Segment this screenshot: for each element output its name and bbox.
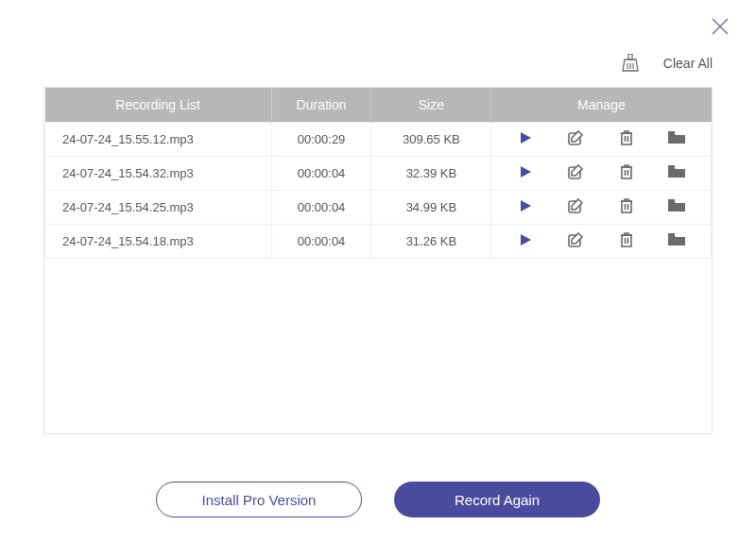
edit-icon xyxy=(567,129,584,149)
play-icon xyxy=(518,232,533,250)
play-icon xyxy=(518,164,533,182)
edit-icon xyxy=(567,163,584,183)
record-again-button[interactable]: Record Again xyxy=(394,482,600,517)
svg-rect-20 xyxy=(622,201,631,212)
clear-all-icon-button[interactable] xyxy=(620,53,641,74)
cell-name: 24-07-24_15.54.18.mp3 xyxy=(45,224,272,258)
svg-marker-6 xyxy=(521,132,531,144)
play-button[interactable] xyxy=(515,128,536,149)
rename-button[interactable] xyxy=(565,230,586,251)
close-button[interactable] xyxy=(711,17,730,40)
delete-button[interactable] xyxy=(616,162,637,183)
cell-duration: 00:00:04 xyxy=(271,190,371,224)
trash-icon xyxy=(619,129,634,149)
delete-button[interactable] xyxy=(616,196,637,217)
svg-marker-12 xyxy=(521,166,531,178)
edit-icon xyxy=(567,197,584,217)
folder-icon xyxy=(667,198,686,216)
close-icon xyxy=(711,17,730,36)
cell-duration: 00:00:04 xyxy=(271,224,371,258)
table-row: 24-07-24_15.54.25.mp300:00:0434.99 KB xyxy=(45,190,712,224)
open-folder-button[interactable] xyxy=(666,196,687,217)
cell-manage xyxy=(491,224,712,258)
cell-manage xyxy=(491,122,712,156)
table-row: 24-07-24_15.54.18.mp300:00:0431.26 KB xyxy=(45,224,712,258)
edit-icon xyxy=(567,231,584,251)
table-row: 24-07-24_15.55.12.mp300:00:29309.65 KB xyxy=(45,122,712,156)
col-recording: Recording List xyxy=(45,88,272,122)
install-pro-button[interactable]: Install Pro Version xyxy=(156,482,362,517)
open-folder-button[interactable] xyxy=(666,128,687,149)
folder-icon xyxy=(667,232,686,250)
svg-rect-14 xyxy=(622,167,631,178)
cell-name: 24-07-24_15.55.12.mp3 xyxy=(45,122,272,156)
folder-icon xyxy=(667,164,686,182)
col-size: Size xyxy=(371,88,491,122)
svg-rect-23 xyxy=(668,199,675,202)
cell-name: 24-07-24_15.54.32.mp3 xyxy=(45,156,272,190)
cell-size: 32.39 KB xyxy=(371,156,491,190)
trash-icon xyxy=(619,197,634,217)
svg-marker-24 xyxy=(521,234,531,246)
recording-table: Recording List Duration Size Manage 24-0… xyxy=(43,87,713,434)
cell-duration: 00:00:04 xyxy=(271,156,371,190)
open-folder-button[interactable] xyxy=(666,162,687,183)
open-folder-button[interactable] xyxy=(666,230,687,251)
play-button[interactable] xyxy=(515,230,536,251)
svg-rect-17 xyxy=(668,165,675,168)
broom-icon xyxy=(622,54,639,73)
svg-rect-29 xyxy=(668,233,675,236)
delete-button[interactable] xyxy=(616,230,637,251)
col-duration: Duration xyxy=(271,88,371,122)
clear-all-button[interactable]: Clear All xyxy=(663,56,713,71)
cell-manage xyxy=(491,190,712,224)
rename-button[interactable] xyxy=(565,196,586,217)
cell-size: 31.26 KB xyxy=(371,224,491,258)
trash-icon xyxy=(619,163,634,183)
cell-manage xyxy=(491,156,712,190)
cell-size: 34.99 KB xyxy=(371,190,491,224)
rename-button[interactable] xyxy=(565,128,586,149)
play-icon xyxy=(518,198,533,216)
play-button[interactable] xyxy=(515,162,536,183)
cell-size: 309.65 KB xyxy=(371,122,491,156)
svg-rect-2 xyxy=(628,54,632,59)
svg-rect-8 xyxy=(622,133,631,144)
col-manage: Manage xyxy=(491,88,712,122)
cell-duration: 00:00:29 xyxy=(271,122,371,156)
svg-marker-18 xyxy=(521,200,531,212)
rename-button[interactable] xyxy=(565,162,586,183)
svg-rect-26 xyxy=(622,235,631,246)
table-row: 24-07-24_15.54.32.mp300:00:0432.39 KB xyxy=(45,156,712,190)
play-icon xyxy=(518,130,533,148)
trash-icon xyxy=(619,231,634,251)
play-button[interactable] xyxy=(515,196,536,217)
folder-icon xyxy=(667,130,686,148)
cell-name: 24-07-24_15.54.25.mp3 xyxy=(45,190,272,224)
delete-button[interactable] xyxy=(616,128,637,149)
svg-rect-11 xyxy=(668,131,675,134)
